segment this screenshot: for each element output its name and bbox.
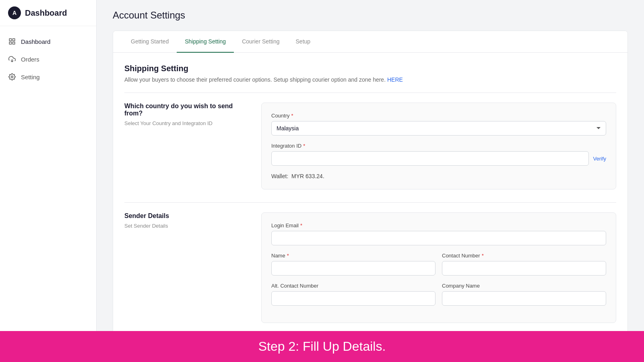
sidebar-nav: Dashboard Orders Setting — [0, 26, 96, 92]
sidebar-label-dashboard: Dashboard — [21, 38, 50, 45]
logo-area: A Dashboard — [0, 0, 96, 26]
name-input[interactable] — [271, 261, 436, 276]
name-required: * — [287, 253, 289, 259]
logo-icon: A — [8, 6, 21, 19]
wallet-info: Wallet: MYR 633.24. — [271, 173, 606, 179]
name-label: Name * — [271, 253, 436, 259]
svg-rect-0 — [9, 39, 11, 41]
svg-point-5 — [11, 76, 13, 78]
divider-1 — [124, 93, 616, 93]
settings-card: Getting Started Shipping Setting Courier… — [113, 31, 628, 331]
logo-title: Dashboard — [25, 8, 67, 18]
orders-icon — [8, 55, 16, 63]
page-title: Account Settings — [113, 10, 628, 21]
login-email-group: Login Email * — [271, 222, 606, 245]
sender-form-section: Sender Details Set Sender Details Login … — [124, 212, 616, 323]
country-label: Country * — [271, 113, 606, 119]
country-group: Country * Malaysia Singapore Indonesia T… — [271, 113, 606, 136]
country-section-left: Which country do you wish to send from? … — [124, 103, 245, 189]
tab-setup[interactable]: Setup — [288, 31, 319, 53]
sidebar: A Dashboard Dashboard — [0, 0, 97, 331]
sidebar-label-setting: Setting — [21, 74, 40, 80]
dashboard-icon — [8, 37, 16, 45]
country-select[interactable]: Malaysia Singapore Indonesia Thailand — [271, 121, 606, 136]
verify-link[interactable]: Verify — [593, 156, 606, 162]
tabs-bar: Getting Started Shipping Setting Courier… — [113, 31, 627, 53]
login-email-label: Login Email * — [271, 222, 606, 228]
alt-contact-input[interactable] — [271, 291, 436, 306]
wallet-value: MYR 633.24. — [291, 173, 324, 179]
contact-label: Contact Number * — [442, 253, 606, 259]
country-section-right: Country * Malaysia Singapore Indonesia T… — [261, 103, 616, 189]
tab-courier-setting[interactable]: Courier Setting — [234, 31, 287, 53]
svg-rect-1 — [13, 39, 15, 41]
sidebar-label-orders: Orders — [21, 56, 39, 63]
integration-label: Integraton ID * — [271, 143, 606, 149]
integration-required: * — [303, 143, 305, 149]
here-link[interactable]: HERE — [387, 76, 403, 83]
company-name-label: Company Name — [442, 283, 606, 289]
contact-required: * — [482, 253, 484, 259]
alt-contact-group: Alt. Contact Number — [271, 283, 436, 306]
alt-company-row: Alt. Contact Number Company Name — [271, 283, 606, 313]
svg-rect-2 — [13, 42, 15, 44]
country-form-section: Which country do you wish to send from? … — [124, 103, 616, 189]
logo-letter: A — [12, 10, 17, 16]
login-email-required: * — [300, 222, 302, 228]
shipping-section-desc: Allow your buyers to choose their prefer… — [124, 76, 616, 83]
integration-input-row: Verify — [271, 151, 606, 166]
login-email-input[interactable] — [271, 231, 606, 245]
setting-icon — [8, 73, 16, 81]
bottom-banner-text: Step 2: Fill Up Details. — [258, 339, 386, 354]
country-section-desc: Select Your Country and Integraton ID — [124, 120, 245, 126]
sidebar-item-setting[interactable]: Setting — [0, 68, 96, 86]
sender-section-desc: Set Sender Details — [124, 223, 245, 229]
svg-rect-3 — [9, 42, 11, 44]
name-group: Name * — [271, 253, 436, 276]
country-section-title: Which country do you wish to send from? — [124, 103, 245, 117]
name-contact-row: Name * Contact Number * — [271, 253, 606, 283]
company-name-input[interactable] — [442, 291, 606, 306]
sender-section-title: Sender Details — [124, 212, 245, 220]
content-area: Shipping Setting Allow your buyers to ch… — [113, 53, 627, 331]
integration-id-group: Integraton ID * Verify — [271, 143, 606, 166]
integration-id-input[interactable] — [271, 151, 589, 166]
sender-section-left: Sender Details Set Sender Details — [124, 212, 245, 323]
sidebar-item-orders[interactable]: Orders — [0, 50, 96, 68]
company-name-group: Company Name — [442, 283, 606, 306]
shipping-section-title: Shipping Setting — [124, 64, 616, 73]
bottom-banner: Step 2: Fill Up Details. — [0, 331, 644, 362]
tab-shipping-setting[interactable]: Shipping Setting — [177, 31, 234, 53]
sidebar-item-dashboard[interactable]: Dashboard — [0, 33, 96, 50]
alt-contact-label: Alt. Contact Number — [271, 283, 436, 289]
divider-2 — [124, 202, 616, 203]
contact-group: Contact Number * — [442, 253, 606, 276]
contact-input[interactable] — [442, 261, 606, 276]
tab-getting-started[interactable]: Getting Started — [123, 31, 177, 53]
main-content: Account Settings Getting Started Shippin… — [97, 0, 644, 331]
sender-section-right: Login Email * Name * — [261, 212, 616, 323]
country-required: * — [291, 113, 293, 119]
